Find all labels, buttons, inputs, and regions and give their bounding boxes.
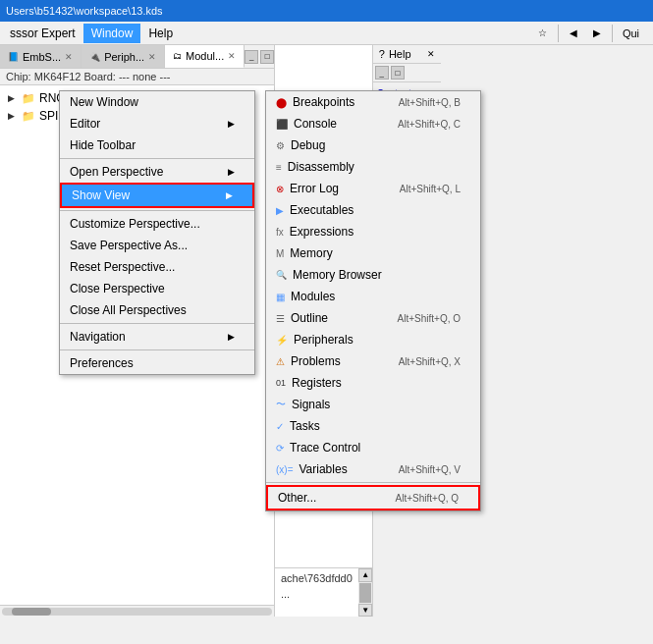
- errorlog-shortcut: Alt+Shift+Q, L: [400, 184, 461, 194]
- title-text: Users\b51432\workspace\13.kds: [6, 5, 163, 17]
- show-view-submenu: ⬤ Breakpoints Alt+Shift+Q, B ⬛ Console A…: [265, 90, 481, 511]
- tab-periph-icon: 🔌: [89, 52, 100, 62]
- help-close[interactable]: ✕: [427, 49, 435, 59]
- help-icon: ?: [379, 48, 385, 60]
- h-scrollbar[interactable]: [0, 605, 274, 617]
- sv-problems[interactable]: ⚠ Problems Alt+Shift+Q, X: [266, 350, 480, 372]
- sv-debug[interactable]: ⚙ Debug: [266, 134, 480, 156]
- sv-registers[interactable]: 01 Registers: [266, 372, 480, 394]
- chip-info: Chip: MK64F12 Board: --- none ---: [0, 69, 274, 85]
- other-shortcut: Alt+Shift+Q, Q: [396, 493, 459, 504]
- expr-icon: fx: [276, 227, 284, 238]
- tab-periph[interactable]: 🔌 Periph... ✕: [82, 45, 165, 68]
- menu-item-help[interactable]: Help: [140, 24, 181, 43]
- menu-navigation[interactable]: Navigation ▶: [60, 326, 254, 348]
- nav-arrow: ▶: [228, 332, 235, 342]
- help-minimize[interactable]: _: [375, 66, 389, 80]
- sv-disassembly[interactable]: ≡ Disassembly: [266, 156, 480, 178]
- scrollbar-track: [2, 608, 272, 616]
- tab-embs[interactable]: 📘 EmbS... ✕: [0, 45, 82, 68]
- sv-signals[interactable]: 〜 Signals: [266, 394, 480, 415]
- sv-peripherals[interactable]: ⚡ Peripherals: [266, 329, 480, 350]
- v-scroll-down[interactable]: ▼: [358, 604, 372, 617]
- tab-embs-close[interactable]: ✕: [65, 52, 73, 62]
- menu-customize[interactable]: Customize Perspective...: [60, 213, 254, 235]
- separator: [558, 25, 559, 42]
- debug-icon: ⚙: [276, 140, 285, 151]
- sv-executables[interactable]: ▶ Executables: [266, 199, 480, 221]
- registers-icon: 01: [276, 378, 286, 388]
- window-menu: New Window Editor ▶ Hide Toolbar Open Pe…: [59, 90, 255, 375]
- menu-preferences[interactable]: Preferences: [60, 352, 254, 374]
- help-tab[interactable]: ? Help ✕: [373, 45, 441, 64]
- maximize-btn[interactable]: □: [260, 50, 274, 64]
- menu-hide-toolbar[interactable]: Hide Toolbar: [60, 134, 254, 156]
- editor-arrow: ▶: [228, 119, 235, 129]
- tab-periph-close[interactable]: ✕: [148, 52, 156, 62]
- tree-arrow-rng: ▶: [8, 93, 18, 103]
- menu-editor[interactable]: Editor ▶: [60, 113, 254, 134]
- sv-breakpoints[interactable]: ⬤ Breakpoints Alt+Shift+Q, B: [266, 91, 480, 113]
- sep1: [60, 158, 254, 159]
- main-area: 📘 EmbS... ✕ 🔌 Periph... ✕ 🗂 Modul... ✕ _…: [0, 45, 653, 617]
- breakpoints-shortcut: Alt+Shift+Q, B: [399, 97, 461, 108]
- folder-icon-rng: 📁: [22, 92, 35, 105]
- sv-errorlog[interactable]: ⊗ Error Log Alt+Shift+Q, L: [266, 178, 480, 199]
- folder-icon-spi: 📁: [22, 110, 35, 123]
- sep2: [60, 210, 254, 211]
- sep4: [60, 349, 254, 350]
- disassembly-icon: ≡: [276, 162, 282, 173]
- tab-modul[interactable]: 🗂 Modul... ✕: [165, 45, 245, 68]
- variables-shortcut: Alt+Shift+Q, V: [399, 464, 461, 475]
- console-shortcut: Alt+Shift+Q, C: [398, 119, 461, 130]
- breakpoints-icon: ⬤: [276, 97, 287, 108]
- sv-modules[interactable]: ▦ Modules: [266, 286, 480, 307]
- sep3: [60, 323, 254, 324]
- v-scroll-thumb: [359, 583, 371, 603]
- menu-item-window[interactable]: Window: [83, 24, 141, 43]
- sv-memory[interactable]: M Memory: [266, 242, 480, 264]
- sv-tasks[interactable]: ✓ Tasks: [266, 415, 480, 437]
- exec-icon: ▶: [276, 205, 284, 216]
- sv-variables[interactable]: (x)= Variables Alt+Shift+Q, V: [266, 458, 480, 480]
- tab-embs-icon: 📘: [8, 52, 19, 62]
- help-maximize[interactable]: □: [391, 66, 405, 80]
- menu-item-ssorexpert[interactable]: sssor Expert: [2, 24, 83, 43]
- tasks-icon: ✓: [276, 421, 284, 432]
- signals-icon: 〜: [276, 398, 286, 411]
- menu-close-persp[interactable]: Close Perspective: [60, 278, 254, 299]
- status-extra: ...: [281, 588, 353, 600]
- menu-bar: sssor Expert Window Help ☆ ◀ ▶ Qui: [0, 22, 653, 45]
- memory-icon: M: [276, 248, 284, 259]
- menu-open-perspective[interactable]: Open Perspective ▶: [60, 161, 254, 183]
- sv-tracecontrol[interactable]: ⟳ Trace Control: [266, 437, 480, 458]
- variables-icon: (x)=: [276, 464, 294, 475]
- status-path: ache\763dfdd0: [281, 572, 353, 584]
- tab-modul-close[interactable]: ✕: [228, 51, 236, 61]
- outline-shortcut: Alt+Shift+Q, O: [398, 313, 461, 324]
- peripherals-icon: ⚡: [276, 335, 288, 346]
- problems-shortcut: Alt+Shift+Q, X: [399, 356, 461, 367]
- menu-close-all-persp[interactable]: Close All Perspectives: [60, 299, 254, 321]
- sv-expressions[interactable]: fx Expressions: [266, 221, 480, 242]
- console-icon: ⬛: [276, 119, 288, 130]
- toolbar-btn-back[interactable]: ◀: [563, 23, 584, 44]
- minimize-btn[interactable]: _: [245, 50, 258, 64]
- v-scroll-up[interactable]: ▲: [358, 568, 372, 582]
- menu-save-persp[interactable]: Save Perspective As...: [60, 235, 254, 256]
- left-tab-bar: 📘 EmbS... ✕ 🔌 Periph... ✕ 🗂 Modul... ✕ _…: [0, 45, 274, 69]
- modules-icon: ▦: [276, 292, 285, 302]
- sv-console[interactable]: ⬛ Console Alt+Shift+Q, C: [266, 113, 480, 134]
- menu-show-view[interactable]: Show View ▶: [60, 183, 254, 208]
- menu-reset-persp[interactable]: Reset Perspective...: [60, 256, 254, 278]
- toolbar-btn-1[interactable]: ☆: [532, 23, 554, 44]
- v-scroll-track: [358, 582, 372, 604]
- sv-outline[interactable]: ☰ Outline Alt+Shift+Q, O: [266, 307, 480, 329]
- quick-access-label: Qui: [617, 26, 645, 41]
- sv-memorybrowser[interactable]: 🔍 Memory Browser: [266, 264, 480, 286]
- menu-new-window[interactable]: New Window: [60, 91, 254, 113]
- toolbar-btn-fwd[interactable]: ▶: [586, 23, 608, 44]
- status-text: ache\763dfdd0 ...: [275, 568, 358, 617]
- sv-other[interactable]: Other... Alt+Shift+Q, Q: [266, 485, 480, 510]
- problems-icon: ⚠: [276, 356, 285, 367]
